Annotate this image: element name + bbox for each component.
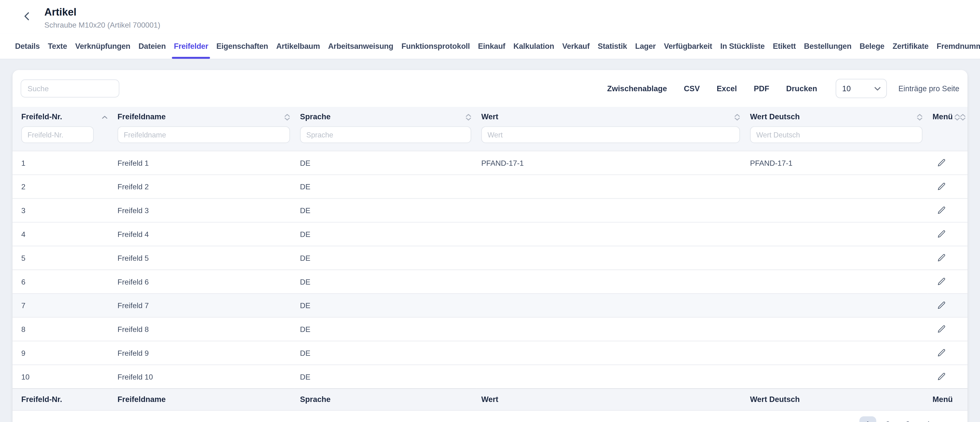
tab-verkauf[interactable]: Verkauf (562, 33, 590, 59)
tab-verknüpfungen[interactable]: Verknüpfungen (75, 33, 130, 59)
column-label: Wert (481, 113, 498, 121)
cell-sprache: DE (295, 199, 476, 222)
tab-einkauf[interactable]: Einkauf (478, 33, 505, 59)
cell-wert (476, 199, 745, 222)
page-button-1[interactable]: 1 (859, 416, 876, 422)
cell-wert-deutsch (745, 365, 928, 389)
pencil-icon (937, 253, 946, 263)
table-row[interactable]: 10Freifeld 10DE (13, 365, 967, 389)
filter-input-freifeldname[interactable] (118, 126, 290, 143)
cell-freifeldname: Freifeld 6 (113, 270, 295, 293)
cell-wert: PFAND-17-1 (476, 151, 745, 175)
next-page-button[interactable]: → (944, 420, 959, 422)
table-row[interactable]: 9Freifeld 9DE (13, 341, 967, 365)
zwischenablage-export-button[interactable]: Zwischenablage (607, 84, 667, 93)
cell-freifeld-nr: 1 (13, 151, 113, 175)
edit-row-button[interactable] (937, 182, 946, 191)
search-input[interactable] (21, 80, 119, 97)
column-header-menü[interactable]: Menü (928, 107, 955, 126)
column-label: Freifeldname (118, 113, 166, 121)
column-header-freifeldname[interactable]: Freifeldname (113, 107, 295, 126)
page-button-4[interactable]: 4 (920, 416, 936, 422)
page-size-select[interactable]: 10 (836, 79, 887, 98)
column-label: Menü (932, 113, 953, 121)
tab-verfügbarkeit[interactable]: Verfügbarkeit (664, 33, 712, 59)
column-header-wert-deutsch[interactable]: Wert Deutsch (745, 107, 928, 126)
previous-page-button[interactable]: ← (836, 420, 851, 422)
tab-dateien[interactable]: Dateien (138, 33, 166, 59)
tab-freifelder[interactable]: Freifelder (174, 33, 208, 59)
column-header-sprache[interactable]: Sprache (295, 107, 476, 126)
table-row[interactable]: 7Freifeld 7DE (13, 293, 967, 317)
page-header: Artikel Schraube M10x20 (Artikel 700001) (0, 0, 980, 33)
cell-sprache: DE (295, 175, 476, 199)
filter-input-wert[interactable] (481, 126, 740, 143)
footer-column-wert-deutsch: Wert Deutsch (745, 389, 928, 410)
cell-freifeldname: Freifeld 9 (113, 341, 295, 365)
tab-belege[interactable]: Belege (859, 33, 884, 59)
tab-kalkulation[interactable]: Kalkulation (513, 33, 554, 59)
tab-eigenschaften[interactable]: Eigenschaften (216, 33, 268, 59)
tab-in-stückliste[interactable]: In Stückliste (720, 33, 765, 59)
edit-row-button[interactable] (937, 205, 946, 215)
cell-wert-deutsch (745, 175, 928, 199)
table-row[interactable]: 1Freifeld 1DEPFAND-17-1PFAND-17-1 (13, 151, 967, 175)
filter-input-wert-deutsch[interactable] (750, 126, 923, 143)
csv-export-button[interactable]: CSV (684, 84, 700, 93)
filter-input-freifeld-nr[interactable] (21, 126, 94, 143)
table-row[interactable]: 6Freifeld 6DE (13, 270, 967, 293)
app-root: Artikel Schraube M10x20 (Artikel 700001)… (0, 0, 980, 422)
tab-statistik[interactable]: Statistik (598, 33, 627, 59)
edit-row-button[interactable] (937, 301, 946, 310)
tab-lager[interactable]: Lager (635, 33, 656, 59)
filter-input-sprache[interactable] (300, 126, 471, 143)
tab-artikelbaum[interactable]: Artikelbaum (276, 33, 320, 59)
sort-icon (955, 113, 960, 120)
cell-menu (928, 270, 955, 293)
cell-freifeld-nr: 9 (13, 341, 113, 365)
page-button-3[interactable]: 3 (899, 416, 916, 422)
pdf-export-button[interactable]: PDF (754, 84, 769, 93)
edit-row-button[interactable] (937, 158, 946, 168)
tab-fremdnummern[interactable]: Fremdnummern (937, 33, 980, 59)
table-row[interactable]: 5Freifeld 5DE (13, 246, 967, 270)
edit-row-button[interactable] (937, 253, 946, 263)
tab-etikett[interactable]: Etikett (773, 33, 796, 59)
table-row[interactable]: 4Freifeld 4DE (13, 222, 967, 246)
card-footer: Zeige 1 bis 10 von 40 Einträgen ← 1234 → (13, 410, 967, 422)
column-header-wert[interactable]: Wert (476, 107, 745, 126)
footer-column-menü: Menü (928, 389, 955, 410)
cell-freifeld-nr: 6 (13, 270, 113, 293)
column-header-freifeld-nr[interactable]: Freifeld-Nr. (13, 107, 113, 126)
footer-column-sprache: Sprache (295, 389, 476, 410)
title-block: Artikel Schraube M10x20 (Artikel 700001) (44, 6, 160, 29)
cell-wert (476, 246, 745, 270)
tab-details[interactable]: Details (15, 33, 40, 59)
drucken-export-button[interactable]: Drucken (786, 84, 818, 93)
edit-row-button[interactable] (937, 372, 946, 381)
tab-funktionsprotokoll[interactable]: Funktionsprotokoll (401, 33, 470, 59)
pencil-icon (937, 182, 946, 191)
table-row[interactable]: 8Freifeld 8DE (13, 317, 967, 341)
cell-freifeldname: Freifeld 3 (113, 199, 295, 222)
cell-extra (955, 270, 967, 293)
cell-extra (955, 175, 967, 199)
tab-texte[interactable]: Texte (48, 33, 67, 59)
tab-bestellungen[interactable]: Bestellungen (804, 33, 851, 59)
page-button-2[interactable]: 2 (879, 416, 896, 422)
filter-cell (295, 126, 476, 151)
excel-export-button[interactable]: Excel (717, 84, 737, 93)
edit-row-button[interactable] (937, 325, 946, 334)
edit-row-button[interactable] (937, 229, 946, 239)
edit-row-button[interactable] (937, 348, 946, 358)
back-button[interactable] (24, 12, 29, 21)
tab-zertifikate[interactable]: Zertifikate (892, 33, 929, 59)
cell-wert (476, 270, 745, 293)
cell-extra (955, 317, 967, 341)
sort-icon (285, 113, 290, 120)
table-row[interactable]: 2Freifeld 2DE (13, 175, 967, 199)
table-row[interactable]: 3Freifeld 3DE (13, 199, 967, 222)
edit-row-button[interactable] (937, 277, 946, 287)
tab-arbeitsanweisung[interactable]: Arbeitsanweisung (328, 33, 393, 59)
toolbar-right: ZwischenablageCSVExcelPDFDrucken 10 Eint… (607, 79, 959, 98)
